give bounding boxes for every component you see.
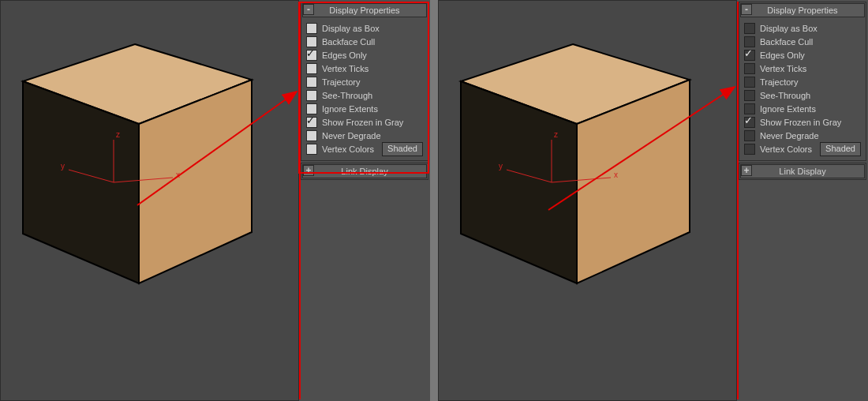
checkbox-trajectory[interactable]: Trajectory [306,75,423,88]
rollout-display-properties: - Display Properties Display as Box Back… [301,2,428,161]
rollout-link-display: + Link Display [739,163,866,180]
svg-line-3 [114,178,173,182]
right-variant: x y z - Display Properties Display as Bo… [438,0,868,401]
axis-x-label: x [614,171,618,179]
svg-line-12 [507,170,552,182]
rollout-body-display-properties: Display as Box Backface Cull ✓Edges Only… [739,18,866,160]
checkbox-edges-only[interactable]: ✓Edges Only [744,48,861,62]
checkbox-edges-only[interactable]: ✓Edges Only [306,48,423,62]
checkbox-never-degrade[interactable]: Never Degrade [744,129,861,142]
axis-y-label: y [61,162,65,171]
rollout-title: Link Display [779,167,825,176]
axis-z-label: z [116,130,120,139]
checkbox-vertex-colors[interactable]: Vertex ColorsShaded [744,142,861,156]
rollout-title: Link Display [341,167,387,176]
expand-button[interactable]: + [741,165,752,176]
axis-z-label: z [554,130,558,139]
checkbox-see-through[interactable]: See-Through [306,88,423,102]
checkbox-trajectory[interactable]: Trajectory [744,75,861,88]
left-variant: x y z - Display Properties Display as Bo… [0,0,430,401]
expand-button[interactable]: + [303,165,314,176]
comparison-stage: x y z - Display Properties Display as Bo… [0,0,868,401]
svg-line-11 [552,178,611,182]
checkbox-show-frozen-gray[interactable]: ✓Show Frozen in Gray [744,115,861,129]
rollout-body-display-properties: Display as Box Backface Cull ✓Edges Only… [301,18,428,160]
checkbox-vertex-ticks[interactable]: Vertex Ticks [306,62,423,75]
checkbox-display-as-box[interactable]: Display as Box [744,21,861,35]
checkbox-never-degrade[interactable]: Never Degrade [306,129,423,142]
cube-left[interactable]: x y z [15,37,283,305]
checkbox-ignore-extents[interactable]: Ignore Extents [744,102,861,115]
rollout-title: Display Properties [767,6,837,15]
rollout-display-properties: - Display Properties Display as Box Back… [739,2,866,161]
checkbox-backface-cull[interactable]: Backface Cull [744,35,861,48]
axis-y-label: y [499,162,503,171]
cube-right[interactable]: x y z [453,37,721,305]
collapse-button[interactable]: - [303,4,314,15]
viewport-right[interactable]: x y z [438,0,737,401]
shaded-button[interactable]: Shaded [820,142,861,156]
collapse-button[interactable]: - [741,4,752,15]
rollout-header-display-properties[interactable]: - Display Properties [302,3,427,17]
checkbox-vertex-ticks[interactable]: Vertex Ticks [744,62,861,75]
checkbox-display-as-box[interactable]: Display as Box [306,21,423,35]
checkbox-ignore-extents[interactable]: Ignore Extents [306,102,423,115]
checkbox-vertex-colors[interactable]: Vertex ColorsShaded [306,142,423,156]
side-panel-left: - Display Properties Display as Box Back… [299,0,430,401]
rollout-header-display-properties[interactable]: - Display Properties [740,3,865,17]
svg-line-4 [69,170,114,182]
side-panel-right: - Display Properties Display as Box Back… [737,0,868,401]
rollout-header-link-display[interactable]: + Link Display [740,164,865,178]
rollout-title: Display Properties [329,6,399,15]
rollout-link-display: + Link Display [301,163,428,180]
rollout-header-link-display[interactable]: + Link Display [302,164,427,178]
viewport-left[interactable]: x y z [0,0,299,401]
checkbox-backface-cull[interactable]: Backface Cull [306,35,423,48]
checkbox-see-through[interactable]: See-Through [744,88,861,102]
checkbox-show-frozen-gray[interactable]: ✓Show Frozen in Gray [306,115,423,129]
shaded-button[interactable]: Shaded [382,142,423,156]
axis-x-label: x [176,171,180,179]
